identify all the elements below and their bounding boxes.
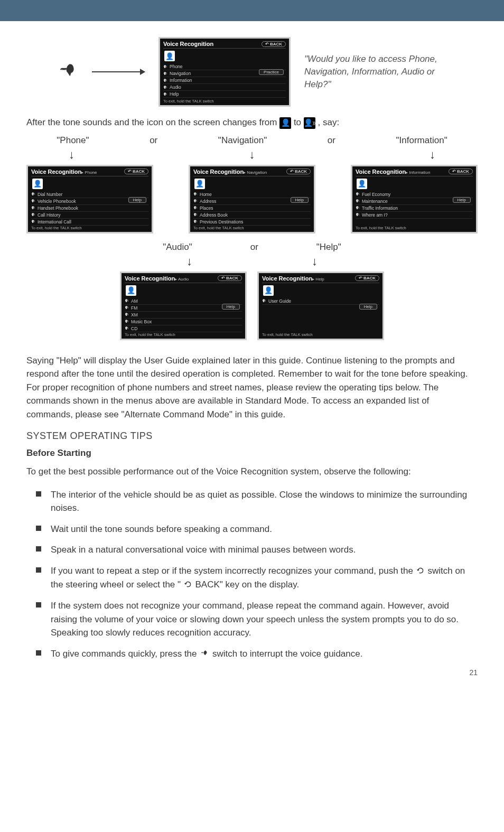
tip-item: To give commands quickly, press the swit…: [41, 647, 478, 661]
menu-item[interactable]: 🗣Help: [163, 91, 286, 98]
menu-item[interactable]: 🗣XM: [125, 312, 242, 319]
screen-footer: To exit, hold the TALK switch: [262, 332, 313, 337]
menu-item[interactable]: 🗣Audio: [163, 84, 286, 91]
head-static-icon: 👤: [279, 117, 291, 129]
cmd-audio: "Audio": [163, 242, 192, 253]
tips-list: The interior of the vehicle should be as…: [26, 488, 478, 661]
head-speaking-icon: 👤)): [304, 117, 315, 129]
screen-help: Voice Recognition▸ Help↶ BACK 👤 🗣User Gu…: [257, 272, 384, 340]
back-button[interactable]: ↶ BACK: [262, 41, 286, 47]
header-bar: [0, 0, 504, 21]
help-button[interactable]: Help: [453, 197, 471, 203]
screen-main-title-row: Voice Recognition ↶ BACK: [163, 41, 286, 49]
back-arrow-icon: [183, 578, 193, 592]
tip-item: If you want to repeat a step or if the s…: [41, 564, 478, 592]
help-button[interactable]: Help: [291, 197, 309, 203]
menu-item[interactable]: 🗣Music Box: [125, 319, 242, 325]
head-icon: 👤: [32, 179, 43, 189]
arrow-down-icon: ↓: [186, 255, 192, 268]
or-label: or: [150, 135, 157, 146]
head-icon: 👤: [164, 51, 175, 61]
back-button[interactable]: ↶ BACK: [286, 169, 311, 174]
screen-phone: Voice Recognition▸ Phone↶ BACK 👤 🗣Dial N…: [26, 165, 153, 233]
head-icon: 👤: [194, 179, 205, 189]
arrow-down-icon: ↓: [249, 148, 255, 162]
commands-row-1: "Phone" or "Navigation" or "Information"…: [26, 135, 478, 340]
help-button[interactable]: Help: [222, 304, 240, 310]
tips-intro: To get the best possible performance out…: [26, 465, 478, 479]
cmd-information: "Information": [396, 135, 447, 146]
help-button[interactable]: Help: [359, 304, 377, 310]
menu-item[interactable]: 🗣Handset Phonebook: [31, 205, 148, 212]
or-label: or: [250, 242, 258, 253]
head-icon: 👤: [357, 179, 367, 189]
talk-icon: [58, 60, 78, 84]
subsection-heading: Before Starting: [26, 448, 478, 459]
menu-item[interactable]: 🗣Address Book: [193, 212, 311, 219]
page-number: 21: [26, 668, 478, 677]
help-paragraph: Saying "Help" will display the User Guid…: [26, 354, 478, 422]
or-label: or: [328, 135, 335, 146]
menu-item[interactable]: 🗣International Call: [31, 219, 148, 226]
screen-audio: Voice Recognition▸ Audio↶ BACK 👤 🗣AM 🗣FM…: [120, 272, 247, 340]
back-arrow-icon: [416, 565, 425, 578]
arrow-down-icon: ↓: [312, 255, 318, 268]
menu-item[interactable]: 🗣Where am I?: [356, 212, 473, 219]
page: Voice Recognition ↶ BACK 👤 🗣Phone 🗣Navig…: [0, 0, 504, 698]
system-prompt-quote: "Would you like to access Phone, Navigat…: [304, 53, 452, 90]
screen-main-title: Voice Recognition: [163, 41, 213, 47]
cmd-phone: "Phone": [57, 135, 89, 146]
prompt-row: Voice Recognition ↶ BACK 👤 🗣Phone 🗣Navig…: [26, 37, 478, 107]
screen-main: Voice Recognition ↶ BACK 👤 🗣Phone 🗣Navig…: [158, 37, 291, 107]
menu-item[interactable]: 🗣Traffic Information: [356, 205, 473, 212]
tip-item: If the system does not recognize your co…: [41, 599, 478, 640]
menu-item[interactable]: 🗣Information: [163, 77, 286, 84]
screen-footer: To exit, hold the TALK switch: [31, 226, 82, 230]
tip-item: Wait until the tone sounds before speaki…: [41, 522, 478, 536]
back-button[interactable]: ↶ BACK: [355, 275, 379, 281]
head-icon: 👤: [263, 285, 274, 296]
help-button[interactable]: Help: [128, 197, 146, 203]
talk-icon: [199, 648, 210, 661]
back-button[interactable]: ↶ BACK: [218, 275, 242, 281]
arrow-down-icon: ↓: [430, 148, 435, 162]
tip-item: The interior of the vehicle should be as…: [41, 488, 478, 515]
after-tone-text: After the tone sounds and the icon on th…: [26, 116, 478, 129]
menu-item[interactable]: 🗣Previous Destinations: [193, 219, 311, 226]
arrow-right-icon: [92, 71, 145, 72]
menu-item[interactable]: 🗣CD: [125, 325, 242, 332]
screen-footer: To exit, hold the TALK switch: [356, 226, 406, 230]
head-icon: 👤: [126, 285, 136, 296]
section-heading: SYSTEM OPERATING TIPS: [26, 431, 478, 442]
back-button[interactable]: ↶ BACK: [124, 169, 148, 174]
menu-item[interactable]: 🗣Places: [193, 205, 311, 212]
screen-footer: To exit, hold the TALK switch: [163, 99, 214, 104]
screen-footer: To exit, hold the TALK switch: [193, 226, 244, 230]
tip-item: Speak in a natural conversational voice …: [41, 543, 478, 557]
cmd-help: "Help": [316, 242, 341, 253]
screen-footer: To exit, hold the TALK switch: [125, 332, 175, 337]
practice-button[interactable]: Practice: [259, 69, 284, 75]
menu-item[interactable]: 🗣Call History: [31, 212, 148, 219]
screen-information: Voice Recognition▸ Information↶ BACK 👤 🗣…: [351, 165, 478, 233]
screen-navigation: Voice Recognition▸ Navigation↶ BACK 👤 🗣H…: [189, 165, 315, 233]
back-button[interactable]: ↶ BACK: [449, 169, 473, 174]
cmd-navigation: "Navigation": [218, 135, 267, 146]
arrow-down-icon: ↓: [69, 148, 74, 162]
